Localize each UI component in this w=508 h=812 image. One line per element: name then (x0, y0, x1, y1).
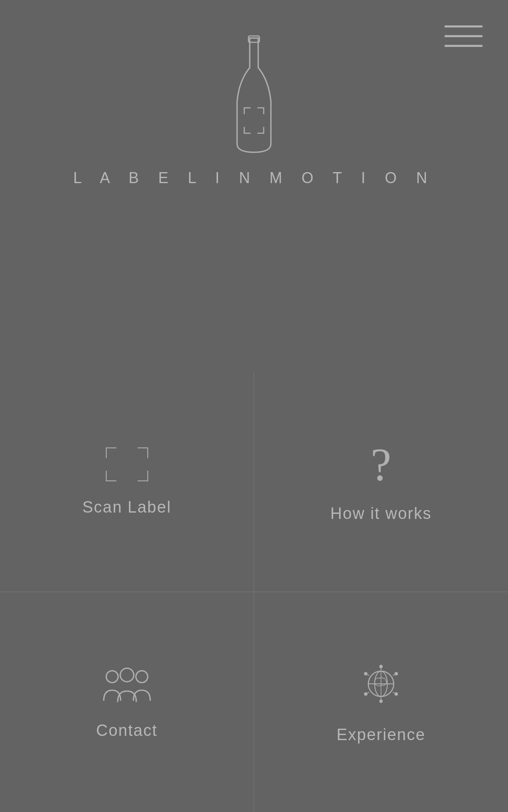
experience-text: Experience (337, 726, 425, 744)
contact-icon (102, 665, 152, 705)
svg-point-13 (364, 672, 367, 675)
hamburger-line-1 (444, 25, 483, 27)
question-mark-icon: ? (371, 441, 392, 488)
grid-menu: Scan Label ? How it works Contact (0, 372, 508, 812)
svg-point-2 (120, 668, 134, 682)
scan-label-item[interactable]: Scan Label (0, 372, 254, 592)
how-it-works-item[interactable]: ? How it works (254, 372, 508, 592)
svg-point-3 (136, 671, 148, 683)
brand-name: L A B E L i n m o t i o n (73, 169, 435, 187)
svg-point-1 (106, 671, 118, 683)
logo-area: L A B E L i n m o t i o n (73, 34, 435, 187)
experience-globe-icon (358, 661, 404, 709)
hamburger-line-3 (444, 45, 483, 47)
experience-item[interactable]: Experience (254, 592, 508, 812)
svg-point-9 (395, 672, 398, 675)
svg-line-16 (393, 692, 395, 693)
scan-label-text: Scan Label (82, 498, 171, 516)
hamburger-menu[interactable] (444, 25, 483, 47)
svg-point-10 (395, 692, 398, 696)
hamburger-line-2 (444, 35, 483, 37)
svg-point-12 (364, 692, 367, 696)
svg-line-19 (367, 675, 369, 675)
bottle-icon (226, 34, 282, 161)
scan-icon (106, 447, 148, 481)
contact-item[interactable]: Contact (0, 592, 254, 812)
svg-point-8 (379, 665, 383, 668)
svg-line-18 (367, 692, 369, 693)
how-it-works-text: How it works (330, 505, 431, 523)
svg-point-11 (379, 700, 383, 703)
contact-text: Contact (96, 721, 157, 740)
svg-line-15 (393, 675, 395, 675)
